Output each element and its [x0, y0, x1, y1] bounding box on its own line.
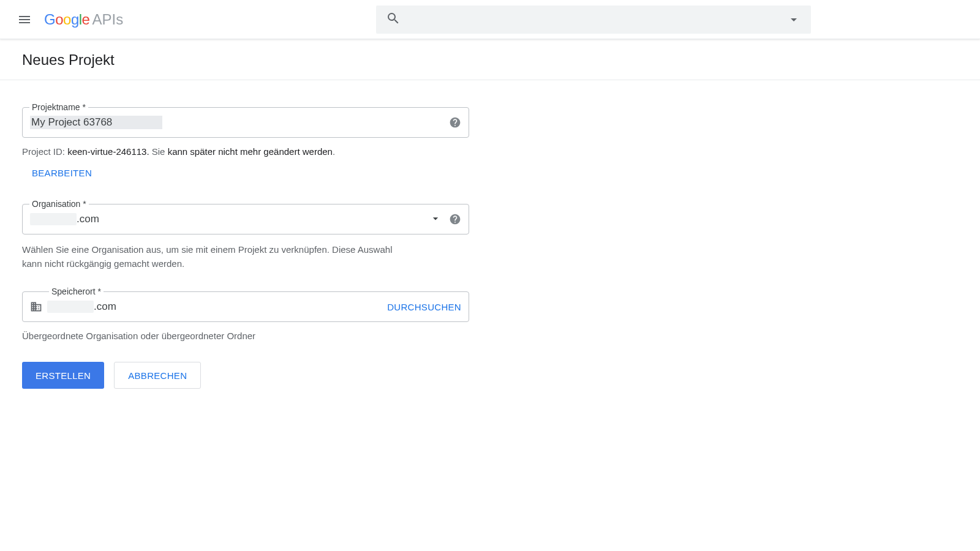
search-box[interactable]: [376, 6, 811, 34]
project-name-label: Projektname *: [29, 102, 88, 112]
search-input[interactable]: [410, 14, 786, 25]
search-dropdown-icon[interactable]: [786, 12, 801, 27]
location-helper: Übergeordnete Organisation oder übergeor…: [22, 331, 474, 341]
logo-suffix: APIs: [92, 11, 123, 28]
location-field: Speicherort * .com DURCHSUCHEN: [22, 291, 474, 322]
location-redacted-prefix: [47, 301, 94, 313]
edit-project-id-button[interactable]: BEARBEITEN: [32, 168, 474, 178]
project-id-value: keen-virtue-246113.: [67, 146, 149, 157]
help-icon[interactable]: [449, 213, 461, 225]
create-button[interactable]: ERSTELLEN: [22, 362, 104, 389]
chevron-down-icon: [429, 212, 442, 227]
logo: Google APIs: [44, 11, 123, 28]
location-suffix: .com: [94, 301, 116, 313]
project-name-field: Projektname *: [22, 107, 474, 138]
organisation-redacted-prefix: [30, 213, 77, 225]
search-icon: [386, 11, 401, 28]
hamburger-menu-icon[interactable]: [10, 5, 39, 34]
logo-google-text: Google: [44, 11, 89, 28]
organisation-field: Organisation * .com: [22, 204, 474, 234]
organisation-select[interactable]: .com: [22, 204, 469, 234]
organisation-value: .com: [30, 213, 429, 225]
project-id-lead: Project ID:: [22, 146, 67, 157]
building-icon: [30, 301, 42, 313]
project-id-helper: Project ID: keen-virtue-246113. Sie kann…: [22, 146, 474, 157]
project-name-input[interactable]: [30, 116, 162, 129]
page-title: Neues Projekt: [0, 39, 980, 80]
header-bar: Google APIs: [0, 0, 980, 39]
create-project-form: Projektname * Project ID: keen-virtue-24…: [0, 80, 496, 408]
help-icon[interactable]: [449, 116, 461, 129]
location-label: Speicherort *: [49, 287, 104, 296]
browse-button[interactable]: DURCHSUCHEN: [387, 302, 461, 312]
organisation-label: Organisation *: [29, 199, 89, 209]
organisation-helper: Wählen Sie eine Organisation aus, um sie…: [22, 243, 414, 271]
project-name-box[interactable]: [22, 107, 469, 138]
button-row: ERSTELLEN ABBRECHEN: [22, 362, 474, 389]
organisation-suffix: .com: [77, 213, 99, 225]
project-id-trail2: kann später nicht mehr geändert werden: [168, 146, 333, 157]
project-id-trail1: Sie: [149, 146, 168, 157]
cancel-button[interactable]: ABBRECHEN: [114, 362, 201, 389]
